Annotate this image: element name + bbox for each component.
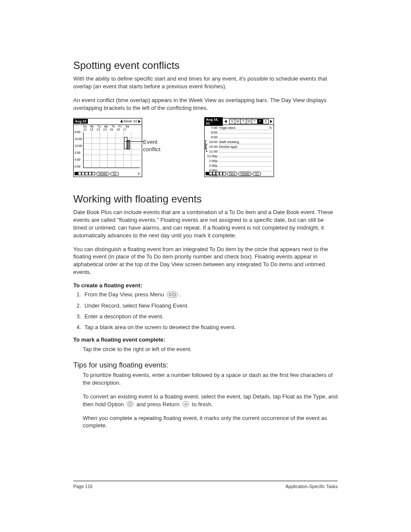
svg-point-2 [129,403,132,406]
go-button[interactable]: Go [252,172,261,176]
step-2: Under Record, select New Floating Event. [83,302,338,309]
next-day-arrow-icon[interactable] [270,120,272,123]
para-floating-1: Date Book Plus can include events that a… [73,208,338,240]
next-week-arrow-icon[interactable] [138,120,140,123]
go-button[interactable]: Go [110,172,118,176]
week-time-axis: 8:00 10:00 12:00 2:00 4:00 6:00 [75,131,82,172]
view-switcher-icons[interactable] [206,172,226,175]
prev-week-arrow-icon[interactable] [120,120,122,123]
svg-point-0 [169,293,171,296]
para-floating-2: You can distinguish a floating event fro… [73,246,338,277]
heading-floating-events: Working with floating events [73,193,338,205]
proc-mark-body: Tap the circle to the right or left of t… [83,345,338,353]
proc-create-title: To create a floating event: [73,282,338,289]
option-key-icon [127,401,134,407]
proc-mark-title: To mark a floating event complete: [73,336,338,343]
details-button[interactable]: Details [238,172,252,176]
details-button[interactable]: Details [96,172,109,176]
scroll-arrows-icon[interactable]: ▴▾ [137,172,141,175]
proc-create-steps: From the Day View, press Menu . Under Re… [73,291,338,330]
tips-1: To prioritize floating events, enter a n… [83,371,338,387]
week-month-title: Aug 02 [74,119,88,124]
screenshot-row: Aug 02 Week 33 SuMoTuWeThFrSa 1112131415… [73,118,338,183]
week-view-screenshot: Aug 02 Week 33 SuMoTuWeThFrSa 1112131415… [73,118,142,177]
svg-rect-1 [173,293,175,296]
step-1: From the Day View, press Menu . [83,291,338,298]
day-schedule: 7:00Yoga class◷ 8:00 9:00 10:00Staff mee… [205,125,274,178]
para-conflict-2: An event conflict (time overlap) appears… [73,96,338,112]
day-of-week-strip[interactable]: S M T W T F S [230,119,269,124]
day-view-screenshot: Aug 16, 02 S M T W T F S 7:00Yoga class◷… [204,118,274,177]
tips-2: To convert an existing event to a floati… [83,393,338,408]
page-footer: Page 116 Application-Specific Tasks [73,481,338,489]
step-3: Enter a description of the event. [83,313,338,320]
footer-section-title: Application-Specific Tasks [286,484,338,489]
para-conflict-1: With the ability to define specific star… [73,75,338,90]
week-day-numbers: 11121314151617 [74,128,142,131]
note-icon: ◷ [269,126,272,130]
heading-spotting-conflicts: Spotting event conflicts [73,59,338,72]
conflict-bracket-inner [206,144,208,152]
view-switcher-icons[interactable] [75,172,95,175]
footer-page-number: Page 116 [73,484,93,489]
menu-key-icon [167,292,178,298]
tips-3: When you complete a repeating floating e… [83,414,338,430]
return-key-icon [182,401,189,407]
new-button[interactable]: New [227,172,237,176]
week-number-label: Week 33 [124,119,137,123]
period: . [179,291,181,298]
heading-tips: Tips for using floating events: [73,361,338,370]
day-date-title: Aug 16, 02 [205,117,223,126]
step-4: Tap a blank area on the screen to desele… [83,324,338,330]
week-grid [83,132,140,168]
prev-day-arrow-icon[interactable] [224,120,227,123]
event-conflict-callout: Event conflict [143,139,173,153]
